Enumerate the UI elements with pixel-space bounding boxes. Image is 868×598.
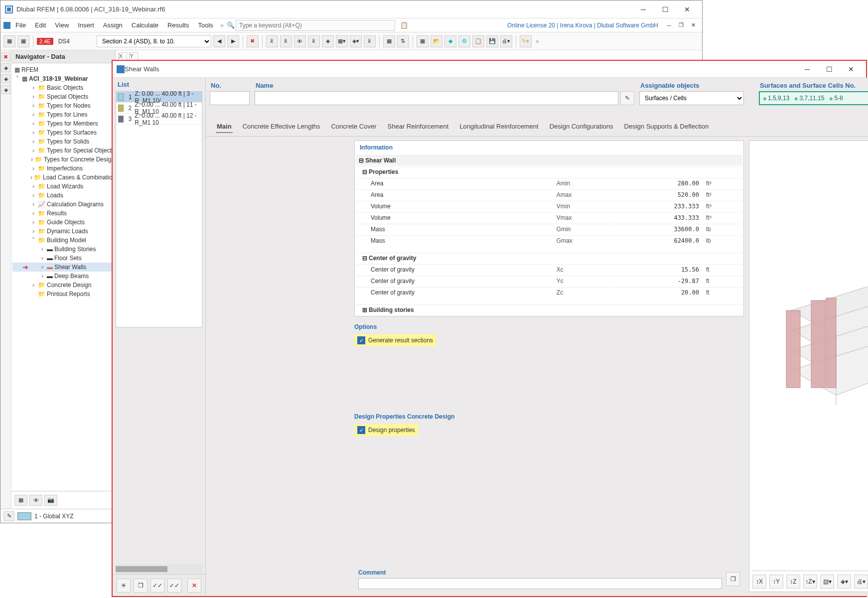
no-input[interactable] — [210, 91, 250, 105]
check-button[interactable]: ✓✓ — [150, 579, 164, 593]
minimize-button[interactable]: ─ — [632, 2, 654, 17]
tab-longitudinal-reinforcement[interactable]: Longitudinal Reinforcement — [458, 121, 539, 133]
toolbar-button[interactable]: 📋 — [472, 35, 484, 47]
menu-tools[interactable]: Tools — [194, 20, 217, 30]
generate-result-sections-checkbox[interactable]: ✓ Generate result sections — [354, 334, 436, 346]
tree-building-model[interactable]: ˅📁Building Model — [12, 236, 115, 245]
close-button[interactable]: ✕ — [676, 2, 698, 17]
tree-item[interactable]: ›📁Types for Special Objects — [12, 146, 115, 155]
strip-button[interactable]: ◈ — [1, 74, 10, 83]
vp-layers-button[interactable]: ▤▾ — [820, 575, 834, 589]
strip-button[interactable]: ✖ — [1, 52, 10, 61]
tree-item[interactable]: ›📁Guide Objects — [12, 218, 115, 227]
tree-project[interactable]: ˅▦ACI_318-19_Webinar — [12, 74, 115, 83]
comment-copy-button[interactable]: ❐ — [726, 572, 740, 586]
toolbar-button[interactable]: ◆ — [444, 35, 456, 47]
surfaces-input[interactable]: ◈1,5,9,13 ◈3,7,11,15 ◈5-8 — [759, 91, 868, 105]
tree-item[interactable]: ›📁Basic Objects — [12, 83, 115, 92]
viewport-3d[interactable]: Z Y X ↕X ↕Y ↕Z ↕Z▾ — [749, 141, 868, 592]
toolbar-button[interactable]: ⚙ — [458, 35, 470, 47]
toolbar-button[interactable]: ◈▾ — [350, 35, 362, 47]
tree-item[interactable]: ›📁Types for Surfaces — [12, 128, 115, 137]
toolbar-button[interactable]: x̄ — [308, 35, 320, 47]
check-button[interactable]: ✓✓ — [167, 579, 181, 593]
delete-button[interactable]: ✕ — [187, 579, 201, 593]
mdi-restore-button[interactable]: ❐ — [675, 20, 687, 30]
menu-calculate[interactable]: Calculate — [128, 20, 162, 30]
tree-item[interactable]: ›📁Types for Concrete Design — [12, 155, 115, 164]
tab-concrete-cover[interactable]: Concrete Cover — [330, 121, 377, 133]
app-menu-icon[interactable] — [3, 22, 10, 29]
assignable-select[interactable]: Surfaces / Cells — [639, 91, 744, 105]
menu-assign[interactable]: Assign — [99, 20, 127, 30]
vp-axis-z-button[interactable]: ↕Z — [786, 575, 800, 589]
list-item[interactable]: 3Z: 0.00 ... 40.00 ft | 12 - R_M1 10 — [116, 114, 202, 125]
tab-design-configurations[interactable]: Design Configurations — [549, 121, 614, 133]
tree-item[interactable]: ›📁Types for Members — [12, 119, 115, 128]
toolbar-button[interactable]: x̄ — [266, 35, 278, 47]
tree-item[interactable]: ›📁Types for Lines — [12, 110, 115, 119]
tab-main[interactable]: Main — [216, 121, 233, 133]
nav-tool-button[interactable]: ▦ — [14, 495, 27, 506]
tree-floor-sets[interactable]: ›▬Floor Sets — [12, 254, 115, 263]
dialog-maximize-button[interactable]: ☐ — [818, 62, 840, 77]
vp-cube-button[interactable]: ◈▾ — [837, 575, 851, 589]
save-button[interactable]: 💾 — [486, 35, 498, 47]
toolbar-button[interactable]: x̄ — [280, 35, 292, 47]
copy-item-button[interactable]: ❐ — [134, 579, 147, 593]
vp-print-button[interactable]: 🖨▾ — [854, 575, 868, 589]
tree-item[interactable]: ›📁Types for Nodes — [12, 101, 115, 110]
tree-item[interactable]: ›📈Calculation Diagrams — [12, 200, 115, 209]
tree-item[interactable]: ›📁Special Objects — [12, 92, 115, 101]
open-folder-button[interactable]: 📂 — [431, 35, 442, 47]
dialog-close-button[interactable]: ✕ — [840, 62, 862, 77]
tree-building-stories[interactable]: ›▬Building Stories — [12, 245, 115, 254]
print-button[interactable]: 🖨▾ — [500, 35, 512, 47]
tab-design-supports-deflection[interactable]: Design Supports & Deflection — [623, 121, 710, 133]
toolbar-button[interactable]: ◈ — [322, 35, 334, 47]
tree-concrete-design[interactable]: ›📁Concrete Design — [12, 281, 115, 290]
new-item-button[interactable]: ✳ — [117, 579, 131, 593]
toolbar-button[interactable]: ⇅ — [397, 35, 409, 47]
toolbar-button[interactable]: ▦ — [17, 35, 29, 47]
dialog-minimize-button[interactable]: ─ — [796, 62, 818, 77]
tree-item[interactable]: ›📁Load Wizards — [12, 182, 115, 191]
menu-overflow-icon[interactable]: » — [218, 21, 226, 29]
vp-iso-button[interactable]: ↕Z▾ — [803, 575, 817, 589]
menu-results[interactable]: Results — [163, 20, 193, 30]
mdi-close-button[interactable]: ✕ — [687, 20, 699, 30]
tree-item[interactable]: ›📁Types for Solids — [12, 137, 115, 146]
design-properties-checkbox[interactable]: ✓ Design properties — [354, 424, 418, 436]
toolbar-button[interactable]: ▦ — [3, 35, 15, 47]
tree-item[interactable]: ›📁Results — [12, 209, 115, 218]
toolbar-button[interactable]: ✖ — [247, 35, 259, 47]
name-input[interactable] — [255, 91, 618, 105]
toolbar-button[interactable]: x̄ — [364, 35, 376, 47]
menu-file[interactable]: File — [11, 20, 30, 30]
tree-item[interactable]: ›📁Dynamic Loads — [12, 227, 115, 236]
section-select[interactable]: Section 2.4 (ASD), 8. to 10. — [97, 35, 211, 47]
comment-input[interactable] — [358, 578, 722, 589]
cs-icon[interactable]: ✎ — [3, 511, 14, 521]
tree-item[interactable]: ›📁Loads — [12, 191, 115, 200]
tree-root[interactable]: ▦RFEM — [12, 65, 115, 74]
toolbar-button[interactable]: ✎▾ — [520, 35, 532, 47]
vp-axis-x-button[interactable]: ↕X — [752, 575, 766, 589]
edit-name-button[interactable]: ✎ — [620, 91, 634, 105]
menu-insert[interactable]: Insert — [74, 20, 98, 30]
navigator-tree[interactable]: ▦RFEM ˅▦ACI_318-19_Webinar ›📁Basic Objec… — [11, 63, 116, 491]
strip-button[interactable]: ◈ — [1, 85, 10, 94]
tree-printout-reports[interactable]: 📁Printout Reports — [12, 290, 115, 299]
strip-button[interactable]: ◈ — [1, 63, 10, 72]
mdi-minimize-button[interactable]: ─ — [663, 20, 675, 30]
tree-shear-walls[interactable]: ➜›▬Shear Walls — [12, 263, 115, 272]
toolbar-button[interactable]: ▦ — [417, 35, 429, 47]
tree-item[interactable]: ›📁Imperfections — [12, 164, 115, 173]
maximize-button[interactable]: ☐ — [654, 2, 676, 17]
vp-axis-y-button[interactable]: ↕Y — [769, 575, 783, 589]
menu-view[interactable]: View — [51, 20, 73, 30]
list-rows[interactable]: 1Z: 0.00 ... 40.00 ft | 3 - R_M1 10/2Z: … — [116, 91, 202, 327]
nav-camera-button[interactable]: 📷 — [44, 495, 57, 506]
toolbar-button[interactable]: ▦ — [383, 35, 395, 47]
tab-concrete-effective-lengths[interactable]: Concrete Effective Lengths — [242, 121, 321, 133]
